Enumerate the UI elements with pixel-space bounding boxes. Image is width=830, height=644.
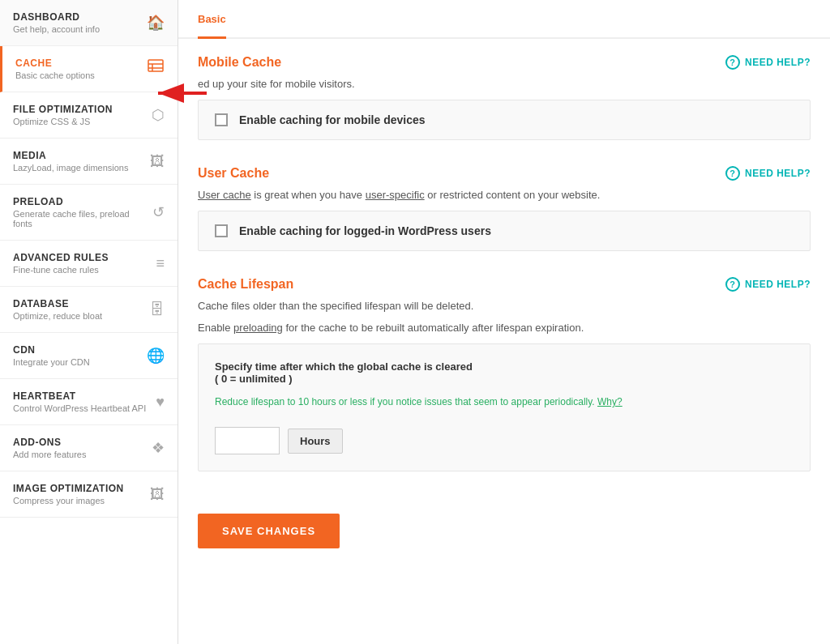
mobile-cache-section: Mobile Cache ? NEED HELP? ed up your sit… [198, 55, 811, 140]
user-cache-checkbox[interactable] [215, 224, 228, 237]
sidebar-item-add-ons[interactable]: ADD-ONS Add more features ❖ [0, 425, 178, 471]
cache-lifespan-help-icon: ? [725, 277, 740, 292]
user-cache-help-icon: ? [725, 166, 740, 181]
mobile-cache-desc: ed up your site for mobile visitors. [198, 78, 811, 90]
lifespan-input[interactable] [215, 427, 280, 454]
user-cache-desc: User cache is great when you have user-s… [198, 189, 811, 201]
image-optimization-icon: 🖼 [150, 486, 165, 503]
cdn-icon: 🌐 [147, 347, 165, 365]
sidebar-item-advanced-rules[interactable]: ADVANCED RULES Fine-tune cache rules ≡ [0, 241, 178, 287]
user-cache-header: User Cache ? NEED HELP? [198, 166, 811, 181]
sidebar-item-cache[interactable]: CACHE Basic cache options [0, 46, 178, 92]
sidebar-item-heartbeat[interactable]: HEARTBEAT Control WordPress Heartbeat AP… [0, 379, 178, 425]
sidebar: DASHBOARD Get help, account info 🏠 CACHE… [0, 0, 178, 644]
sidebar-item-cdn[interactable]: CDN Integrate your CDN 🌐 [0, 333, 178, 379]
add-ons-icon: ❖ [152, 439, 165, 457]
sidebar-item-media[interactable]: MEDIA LazyLoad, image dimensions 🖼 [0, 139, 178, 185]
mobile-cache-option-box: Enable caching for mobile devices [198, 100, 811, 140]
why-link[interactable]: Why? [597, 396, 622, 407]
tab-basic[interactable]: Basic [198, 2, 226, 39]
content-area: Mobile Cache ? NEED HELP? ed up your sit… [178, 39, 830, 581]
user-cache-help[interactable]: ? NEED HELP? [725, 166, 811, 181]
cache-icon [147, 58, 165, 80]
cache-lifespan-box: Specify time after which the global cach… [198, 343, 811, 471]
cache-lifespan-header: Cache Lifespan ? NEED HELP? [198, 277, 811, 292]
sidebar-item-dashboard[interactable]: DASHBOARD Get help, account info 🏠 [0, 0, 178, 46]
preloading-link[interactable]: preloading [233, 322, 283, 334]
user-cache-link[interactable]: User cache [198, 189, 251, 201]
lifespan-unit: Hours [288, 429, 343, 454]
mobile-cache-checkbox[interactable] [215, 113, 228, 126]
sidebar-item-database[interactable]: DATABASE Optimize, reduce bloat 🗄 [0, 287, 178, 333]
mobile-cache-title: Mobile Cache [198, 55, 281, 70]
dashboard-icon: 🏠 [147, 14, 165, 32]
database-icon: 🗄 [150, 301, 165, 318]
cache-lifespan-desc1: Cache files older than the specified lif… [198, 300, 811, 312]
cache-lifespan-title: Cache Lifespan [198, 277, 293, 292]
lifespan-input-row: Hours [215, 427, 794, 454]
main-content: Basic Mobile Cache ? NEED HELP? ed up yo… [178, 0, 830, 644]
save-changes-button[interactable]: SAVE CHANGES [198, 514, 340, 548]
user-cache-title: User Cache [198, 166, 269, 181]
user-cache-section: User Cache ? NEED HELP? User cache is gr… [198, 166, 811, 251]
lifespan-box-title: Specify time after which the global cach… [215, 360, 794, 385]
cache-lifespan-section: Cache Lifespan ? NEED HELP? Cache files … [198, 277, 811, 471]
user-cache-option-box: Enable caching for logged-in WordPress u… [198, 211, 811, 251]
lifespan-hint: Reduce lifespan to 10 hours or less if y… [215, 396, 794, 407]
svg-rect-0 [148, 60, 163, 71]
mobile-cache-option-label: Enable caching for mobile devices [239, 113, 426, 126]
sidebar-item-file-optimization[interactable]: FILE OPTIMIZATION Optimize CSS & JS ⬡ [0, 92, 178, 139]
user-specific-text: user-specific [366, 189, 425, 201]
preload-icon: ↺ [152, 203, 165, 221]
sidebar-item-image-optimization[interactable]: IMAGE OPTIMIZATION Compress your images … [0, 471, 178, 518]
file-optimization-icon: ⬡ [152, 106, 165, 124]
heartbeat-icon: ♥ [156, 394, 165, 411]
mobile-cache-header: Mobile Cache ? NEED HELP? [198, 55, 811, 70]
advanced-rules-icon: ≡ [156, 255, 165, 272]
media-icon: 🖼 [150, 153, 165, 170]
cache-lifespan-help[interactable]: ? NEED HELP? [725, 277, 811, 292]
sidebar-item-preload[interactable]: PRELOAD Generate cache files, preload fo… [0, 185, 178, 241]
user-cache-option-label: Enable caching for logged-in WordPress u… [239, 224, 491, 237]
mobile-cache-help[interactable]: ? NEED HELP? [725, 55, 811, 70]
cache-lifespan-desc2: Enable preloading for the cache to be re… [198, 322, 811, 334]
mobile-cache-help-icon: ? [725, 55, 740, 70]
tab-bar: Basic [178, 0, 830, 39]
